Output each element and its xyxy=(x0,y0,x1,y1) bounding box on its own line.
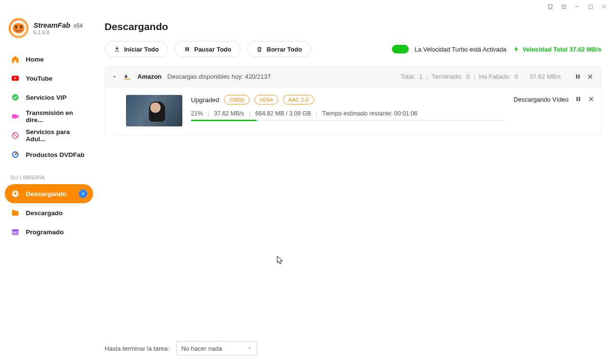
tshirt-icon[interactable] xyxy=(547,3,554,10)
chevron-down-icon xyxy=(247,346,252,351)
down-circle-icon xyxy=(11,189,20,198)
youtube-icon xyxy=(11,73,20,83)
svg-point-17 xyxy=(15,154,16,156)
vip-icon xyxy=(11,93,20,102)
folder-icon xyxy=(11,208,20,218)
sidebar-item-label: Programado xyxy=(26,229,64,236)
stat-done-label: Terminado: xyxy=(432,73,463,80)
sidebar-item-label: Servicios para Adul... xyxy=(26,128,87,143)
total-speed-label: Velocidad Total 37.62 MB/s xyxy=(523,46,601,53)
stat-done-value: 0 xyxy=(466,73,470,80)
titlebar xyxy=(0,0,611,13)
svg-rect-23 xyxy=(115,51,119,52)
svg-point-10 xyxy=(20,25,22,29)
sidebar-item-home[interactable]: Home xyxy=(5,50,93,69)
item-speed: 37.62 MB/s xyxy=(214,110,244,117)
app-arch: x64 xyxy=(74,22,83,29)
svg-rect-31 xyxy=(577,97,578,101)
app-logo-icon xyxy=(9,18,29,38)
sidebar-item-label: Home xyxy=(26,56,44,63)
live-icon xyxy=(11,112,20,121)
button-label: Borrar Todo xyxy=(267,46,302,53)
turbo-label: La Velocidad Turbo está Activada xyxy=(415,46,506,53)
toolbar: Iniciar Todo Pausar Todo Borrar Todo La … xyxy=(105,41,601,66)
sidebar-item-descargando[interactable]: Descargando xyxy=(5,184,93,203)
trash-icon xyxy=(256,46,263,52)
select-value: No hacer nada xyxy=(181,345,222,352)
app-name: StreamFab xyxy=(33,21,71,29)
adult-icon xyxy=(11,131,20,140)
svg-rect-32 xyxy=(579,97,580,101)
group-pause-button[interactable] xyxy=(573,73,582,81)
svg-rect-20 xyxy=(12,229,19,231)
delete-all-button[interactable]: Borrar Todo xyxy=(247,41,311,57)
sidebar-item-programado[interactable]: Programado xyxy=(5,222,93,241)
group-available: Descargas disponibles hoy: 420/2137 xyxy=(168,73,271,80)
download-icon xyxy=(114,46,120,52)
tag-resolution: 1080p xyxy=(224,95,250,104)
tag-codec: H264 xyxy=(254,95,278,104)
home-icon xyxy=(11,54,20,64)
svg-rect-24 xyxy=(185,47,187,51)
library-section-label: SU LIBRERÍA xyxy=(5,164,93,184)
after-task-select[interactable]: No hacer nada xyxy=(176,341,257,355)
maximize-icon[interactable] xyxy=(587,3,594,10)
tag-audio: AAC 2.0 xyxy=(283,95,314,104)
pause-icon xyxy=(184,46,190,52)
sidebar-item-label: Descargado xyxy=(26,209,63,217)
thumbnail xyxy=(126,95,182,126)
amazon-icon: a xyxy=(123,73,132,81)
item-close-button[interactable] xyxy=(588,96,594,102)
minimize-icon[interactable] xyxy=(574,3,580,10)
start-all-button[interactable]: Iniciar Todo xyxy=(105,41,168,57)
stat-fail-value: 0 xyxy=(515,73,518,80)
group-source: Amazon xyxy=(137,73,162,80)
page-title: Descargando xyxy=(105,19,601,41)
stat-total-value: 1 xyxy=(419,73,422,80)
item-eta: Tiempo estimado restante: 00:01:06 xyxy=(322,110,418,117)
sidebar-item-label: Transmisión en dire... xyxy=(26,109,87,124)
svg-rect-28 xyxy=(578,74,579,79)
sidebar-item-youtube[interactable]: YouTube xyxy=(5,69,93,88)
calendar-icon xyxy=(11,227,20,237)
group-header: a Amazon Descargas disponibles hoy: 420/… xyxy=(105,66,601,87)
sidebar-item-descargado[interactable]: Descargado xyxy=(5,203,93,222)
svg-rect-25 xyxy=(188,47,189,51)
menu-icon[interactable] xyxy=(560,3,567,10)
svg-rect-4 xyxy=(589,5,592,8)
button-label: Pausar Todo xyxy=(194,46,232,53)
chevron-down-icon[interactable] xyxy=(112,74,117,80)
sidebar-item-label: YouTube xyxy=(26,75,53,82)
total-speed: Velocidad Total 37.62 MB/s xyxy=(513,46,601,53)
app-version: 6.1.6.8 xyxy=(33,30,83,35)
footer-label: Hasta terminar la tarea: xyxy=(105,345,169,352)
stat-fail-label: Ha Fallado: xyxy=(479,73,511,80)
item-percent: 21% xyxy=(191,110,203,117)
sidebar-item-label: Descargando xyxy=(26,190,67,198)
svg-rect-27 xyxy=(576,74,577,79)
sidebar-item-vip[interactable]: Servicios VIP xyxy=(5,88,93,107)
item-size: 664.82 MB / 3.09 GB xyxy=(255,110,311,117)
sidebar-item-label: Servicios VIP xyxy=(26,94,67,101)
item-pause-button[interactable] xyxy=(575,96,581,102)
sidebar-item-adult[interactable]: Servicios para Adul... xyxy=(5,126,93,145)
download-group: a Amazon Descargas disponibles hoy: 420/… xyxy=(105,66,601,135)
stat-total-label: Total: xyxy=(400,73,415,80)
turbo-toggle[interactable] xyxy=(392,45,408,53)
svg-text:a: a xyxy=(125,73,127,78)
content: Descargando Iniciar Todo Pausar Todo Bor… xyxy=(98,13,611,364)
close-icon[interactable] xyxy=(600,3,607,10)
svg-point-9 xyxy=(15,25,17,29)
pause-all-button[interactable]: Pausar Todo xyxy=(175,41,241,57)
download-badge-icon xyxy=(79,189,87,198)
download-item: Upgraded 1080p H264 AAC 2.0 21%| 37.62 M… xyxy=(105,87,601,135)
svg-rect-21 xyxy=(13,232,14,233)
sidebar-item-dvdfab[interactable]: Productos DVDFab xyxy=(5,145,93,164)
sidebar-item-live[interactable]: Transmisión en dire... xyxy=(5,107,93,126)
item-title: Upgraded xyxy=(191,96,219,104)
stat-speed: 37.62 MB/s xyxy=(529,73,561,80)
item-status: Descargando Vídeo xyxy=(514,96,569,103)
sidebar-item-label: Productos DVDFab xyxy=(26,151,84,158)
svg-rect-13 xyxy=(12,114,17,119)
group-close-button[interactable] xyxy=(586,73,594,81)
